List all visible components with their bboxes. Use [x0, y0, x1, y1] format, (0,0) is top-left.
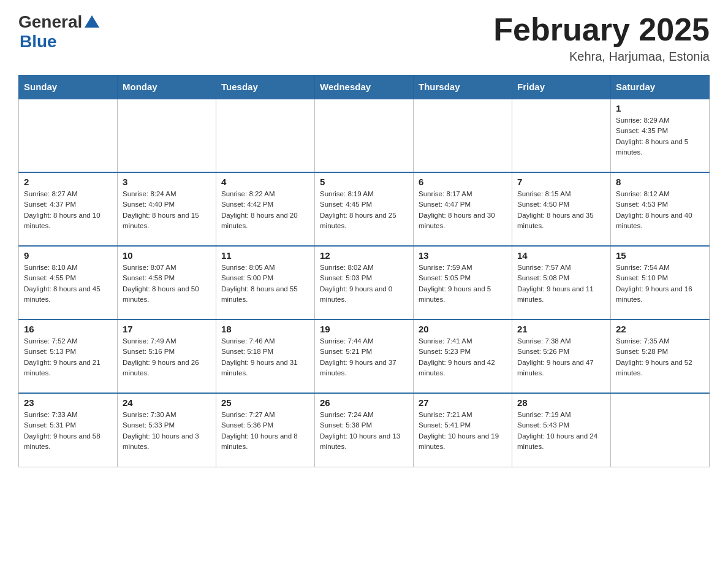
day-number: 9: [24, 250, 112, 261]
day-number: 12: [320, 250, 408, 261]
day-info: Sunrise: 7:44 AMSunset: 5:21 PMDaylight:…: [320, 336, 408, 378]
weekday-header-saturday: Saturday: [611, 75, 710, 99]
calendar-cell: 21Sunrise: 7:38 AMSunset: 5:26 PMDayligh…: [512, 320, 611, 393]
calendar-cell: 18Sunrise: 7:46 AMSunset: 5:18 PMDayligh…: [216, 320, 315, 393]
day-info: Sunrise: 8:12 AMSunset: 4:53 PMDaylight:…: [616, 189, 704, 231]
calendar-header-row: SundayMondayTuesdayWednesdayThursdayFrid…: [19, 75, 710, 99]
day-info: Sunrise: 7:49 AMSunset: 5:16 PMDaylight:…: [123, 336, 211, 378]
month-title: February 2025: [493, 12, 710, 47]
page-header: General Blue February 2025 Kehra, Harjum…: [18, 12, 710, 64]
calendar-table: SundayMondayTuesdayWednesdayThursdayFrid…: [18, 75, 710, 467]
calendar-cell: 27Sunrise: 7:21 AMSunset: 5:41 PMDayligh…: [414, 393, 512, 467]
calendar-cell: [512, 99, 611, 172]
day-number: 24: [123, 397, 211, 408]
day-info: Sunrise: 7:24 AMSunset: 5:38 PMDaylight:…: [320, 410, 408, 452]
weekday-header-tuesday: Tuesday: [216, 75, 315, 99]
day-info: Sunrise: 7:33 AMSunset: 5:31 PMDaylight:…: [24, 410, 112, 452]
calendar-cell: 8Sunrise: 8:12 AMSunset: 4:53 PMDaylight…: [611, 172, 710, 246]
weekday-header-sunday: Sunday: [19, 75, 118, 99]
logo-general-text: General: [18, 12, 82, 32]
svg-marker-0: [85, 15, 99, 28]
calendar-cell: 24Sunrise: 7:30 AMSunset: 5:33 PMDayligh…: [118, 393, 216, 467]
day-number: 23: [24, 397, 112, 408]
weekday-header-friday: Friday: [512, 75, 611, 99]
calendar-week-row: 2Sunrise: 8:27 AMSunset: 4:37 PMDaylight…: [19, 172, 710, 246]
day-info: Sunrise: 7:54 AMSunset: 5:10 PMDaylight:…: [616, 262, 704, 305]
day-number: 19: [320, 324, 408, 334]
day-number: 5: [320, 177, 408, 187]
calendar-cell: [315, 99, 414, 172]
calendar-cell: 23Sunrise: 7:33 AMSunset: 5:31 PMDayligh…: [19, 393, 118, 467]
day-number: 6: [419, 177, 507, 187]
day-number: 3: [123, 177, 211, 187]
day-number: 1: [616, 103, 704, 113]
day-number: 18: [221, 324, 309, 334]
day-number: 21: [517, 324, 605, 334]
day-info: Sunrise: 7:35 AMSunset: 5:28 PMDaylight:…: [616, 336, 704, 378]
calendar-cell: 26Sunrise: 7:24 AMSunset: 5:38 PMDayligh…: [315, 393, 414, 467]
day-number: 17: [123, 324, 211, 334]
day-number: 11: [221, 250, 309, 261]
day-number: 14: [517, 250, 605, 261]
day-info: Sunrise: 7:57 AMSunset: 5:08 PMDaylight:…: [517, 262, 605, 305]
calendar-cell: [19, 99, 118, 172]
day-info: Sunrise: 8:19 AMSunset: 4:45 PMDaylight:…: [320, 189, 408, 231]
calendar-week-row: 16Sunrise: 7:52 AMSunset: 5:13 PMDayligh…: [19, 320, 710, 393]
calendar-cell: 10Sunrise: 8:07 AMSunset: 4:58 PMDayligh…: [118, 246, 216, 320]
day-number: 25: [221, 397, 309, 408]
calendar-cell: [216, 99, 315, 172]
calendar-week-row: 1Sunrise: 8:29 AMSunset: 4:35 PMDaylight…: [19, 99, 710, 172]
calendar-cell: 25Sunrise: 7:27 AMSunset: 5:36 PMDayligh…: [216, 393, 315, 467]
day-info: Sunrise: 8:22 AMSunset: 4:42 PMDaylight:…: [221, 189, 309, 231]
logo: General Blue: [18, 12, 100, 52]
day-number: 20: [419, 324, 507, 334]
calendar-cell: 19Sunrise: 7:44 AMSunset: 5:21 PMDayligh…: [315, 320, 414, 393]
calendar-cell: 20Sunrise: 7:41 AMSunset: 5:23 PMDayligh…: [414, 320, 512, 393]
day-number: 28: [517, 397, 605, 408]
calendar-cell: 4Sunrise: 8:22 AMSunset: 4:42 PMDaylight…: [216, 172, 315, 246]
day-info: Sunrise: 8:15 AMSunset: 4:50 PMDaylight:…: [517, 189, 605, 231]
calendar-cell: 28Sunrise: 7:19 AMSunset: 5:43 PMDayligh…: [512, 393, 611, 467]
day-number: 7: [517, 177, 605, 187]
calendar-cell: 7Sunrise: 8:15 AMSunset: 4:50 PMDaylight…: [512, 172, 611, 246]
calendar-cell: 2Sunrise: 8:27 AMSunset: 4:37 PMDaylight…: [19, 172, 118, 246]
calendar-cell: 3Sunrise: 8:24 AMSunset: 4:40 PMDaylight…: [118, 172, 216, 246]
weekday-header-wednesday: Wednesday: [315, 75, 414, 99]
day-info: Sunrise: 7:30 AMSunset: 5:33 PMDaylight:…: [123, 410, 211, 452]
calendar-week-row: 23Sunrise: 7:33 AMSunset: 5:31 PMDayligh…: [19, 393, 710, 467]
day-number: 27: [419, 397, 507, 408]
day-info: Sunrise: 7:59 AMSunset: 5:05 PMDaylight:…: [419, 262, 507, 305]
calendar-cell: 6Sunrise: 8:17 AMSunset: 4:47 PMDaylight…: [414, 172, 512, 246]
day-number: 2: [24, 177, 112, 187]
calendar-cell: [611, 393, 710, 467]
day-number: 8: [616, 177, 704, 187]
calendar-cell: 15Sunrise: 7:54 AMSunset: 5:10 PMDayligh…: [611, 246, 710, 320]
day-info: Sunrise: 8:10 AMSunset: 4:55 PMDaylight:…: [24, 262, 112, 305]
day-number: 15: [616, 250, 704, 261]
calendar-cell: 11Sunrise: 8:05 AMSunset: 5:00 PMDayligh…: [216, 246, 315, 320]
title-section: February 2025 Kehra, Harjumaa, Estonia: [493, 12, 710, 64]
calendar-week-row: 9Sunrise: 8:10 AMSunset: 4:55 PMDaylight…: [19, 246, 710, 320]
day-info: Sunrise: 7:38 AMSunset: 5:26 PMDaylight:…: [517, 336, 605, 378]
location-subtitle: Kehra, Harjumaa, Estonia: [493, 50, 710, 64]
calendar-cell: 5Sunrise: 8:19 AMSunset: 4:45 PMDaylight…: [315, 172, 414, 246]
day-info: Sunrise: 8:02 AMSunset: 5:03 PMDaylight:…: [320, 262, 408, 305]
day-number: 26: [320, 397, 408, 408]
calendar-cell: 16Sunrise: 7:52 AMSunset: 5:13 PMDayligh…: [19, 320, 118, 393]
weekday-header-monday: Monday: [118, 75, 216, 99]
calendar-cell: 13Sunrise: 7:59 AMSunset: 5:05 PMDayligh…: [414, 246, 512, 320]
calendar-cell: [414, 99, 512, 172]
day-info: Sunrise: 8:17 AMSunset: 4:47 PMDaylight:…: [419, 189, 507, 231]
day-info: Sunrise: 8:27 AMSunset: 4:37 PMDaylight:…: [24, 189, 112, 231]
calendar-cell: 9Sunrise: 8:10 AMSunset: 4:55 PMDaylight…: [19, 246, 118, 320]
calendar-cell: 22Sunrise: 7:35 AMSunset: 5:28 PMDayligh…: [611, 320, 710, 393]
day-info: Sunrise: 7:27 AMSunset: 5:36 PMDaylight:…: [221, 410, 309, 452]
logo-blue-text: Blue: [20, 32, 57, 52]
logo-triangle-icon: [83, 14, 100, 29]
day-info: Sunrise: 8:24 AMSunset: 4:40 PMDaylight:…: [123, 189, 211, 231]
day-number: 4: [221, 177, 309, 187]
day-number: 22: [616, 324, 704, 334]
day-info: Sunrise: 7:46 AMSunset: 5:18 PMDaylight:…: [221, 336, 309, 378]
day-info: Sunrise: 7:41 AMSunset: 5:23 PMDaylight:…: [419, 336, 507, 378]
day-number: 10: [123, 250, 211, 261]
